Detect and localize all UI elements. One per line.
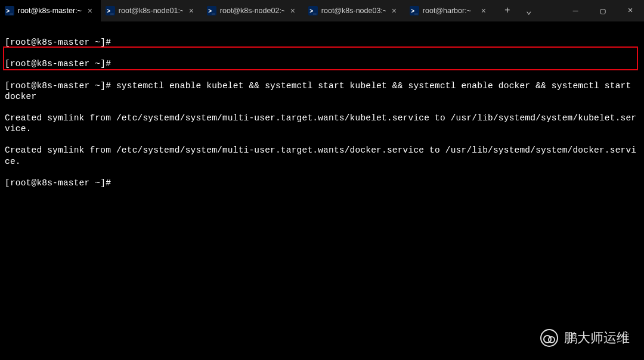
- terminal-tab[interactable]: >_root@k8s-node01:~×: [101, 0, 202, 21]
- maximize-button[interactable]: ▢: [589, 0, 617, 21]
- close-tab-button[interactable]: ×: [288, 6, 298, 15]
- output-line: Created symlink from /etc/systemd/system…: [5, 145, 639, 166]
- window-controls: — ▢ ×: [562, 0, 644, 21]
- prompt-line: [root@k8s-master ~]#: [5, 178, 639, 188]
- watermark-text: 鹏大师运维: [564, 329, 630, 347]
- tab-label: root@k8s-node01:~: [119, 7, 183, 15]
- powershell-icon: >_: [410, 6, 419, 15]
- tab-label: root@k8s-node02:~: [220, 7, 284, 15]
- close-tab-button[interactable]: ×: [479, 6, 488, 15]
- powershell-icon: >_: [308, 6, 318, 15]
- terminal-tab[interactable]: >_root@harbor:~×: [405, 0, 494, 21]
- close-window-button[interactable]: ×: [617, 0, 644, 21]
- prompt-line: [root@k8s-master ~]#: [5, 37, 639, 48]
- terminal-output[interactable]: [root@k8s-master ~]# [root@k8s-master ~]…: [0, 21, 644, 204]
- tab-actions: + ⌄: [494, 0, 540, 21]
- wechat-icon: [540, 329, 558, 347]
- terminal-tab[interactable]: >_root@k8s-master:~×: [0, 0, 101, 21]
- powershell-icon: >_: [5, 6, 14, 15]
- terminal-tab[interactable]: >_root@k8s-node03:~×: [304, 0, 405, 21]
- terminal-tab[interactable]: >_root@k8s-node02:~×: [202, 0, 304, 21]
- title-bar: >_root@k8s-master:~×>_root@k8s-node01:~×…: [0, 0, 644, 21]
- close-tab-button[interactable]: ×: [389, 6, 399, 15]
- powershell-icon: >_: [106, 6, 115, 15]
- prompt-line: [root@k8s-master ~]#: [5, 58, 639, 69]
- new-tab-button[interactable]: +: [497, 0, 518, 21]
- minimize-button[interactable]: —: [562, 0, 589, 21]
- powershell-icon: >_: [207, 6, 216, 15]
- tab-label: root@k8s-node03:~: [321, 7, 386, 15]
- close-tab-button[interactable]: ×: [85, 6, 95, 15]
- command-line: [root@k8s-master ~]# systemctl enable ku…: [5, 80, 639, 102]
- close-tab-button[interactable]: ×: [187, 6, 196, 15]
- tab-label: root@harbor:~: [423, 7, 475, 15]
- watermark: 鹏大师运维: [540, 329, 630, 347]
- tab-dropdown-button[interactable]: ⌄: [518, 0, 540, 21]
- tab-strip: >_root@k8s-master:~×>_root@k8s-node01:~×…: [0, 0, 494, 21]
- output-line: Created symlink from /etc/systemd/system…: [5, 113, 639, 134]
- tab-label: root@k8s-master:~: [18, 7, 82, 15]
